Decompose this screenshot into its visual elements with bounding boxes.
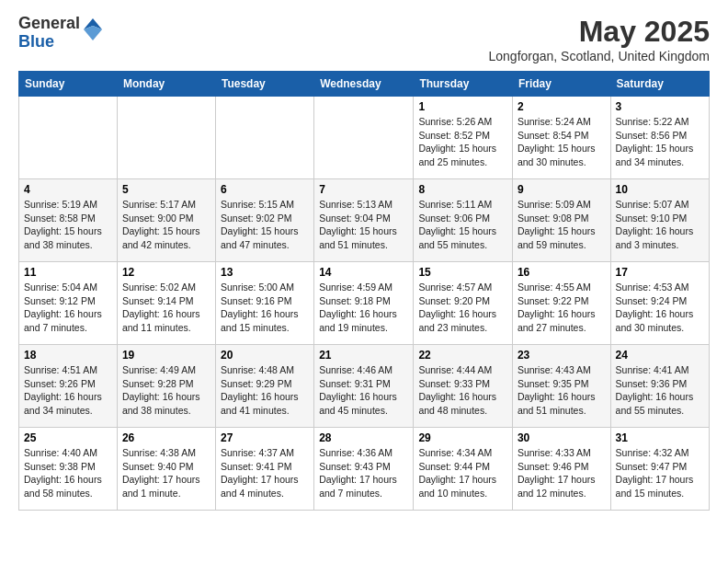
calendar-cell: 22Sunrise: 4:44 AM Sunset: 9:33 PM Dayli… [414,345,513,428]
calendar-cell: 26Sunrise: 4:38 AM Sunset: 9:40 PM Dayli… [117,428,215,511]
calendar-cell: 2Sunrise: 5:24 AM Sunset: 8:54 PM Daylig… [512,97,610,179]
day-info: Sunrise: 5:07 AM Sunset: 9:10 PM Dayligh… [616,198,704,252]
day-number: 20 [221,349,309,362]
day-number: 5 [122,183,210,196]
logo-icon [82,17,104,46]
calendar-cell [215,97,313,179]
calendar-cell: 27Sunrise: 4:37 AM Sunset: 9:41 PM Dayli… [215,428,313,511]
day-number: 21 [319,349,408,362]
calendar-cell: 16Sunrise: 4:55 AM Sunset: 9:22 PM Dayli… [512,262,610,345]
calendar-cell [117,97,215,179]
day-info: Sunrise: 5:11 AM Sunset: 9:06 PM Dayligh… [418,198,507,252]
weekday-header-tuesday: Tuesday [215,72,313,97]
day-info: Sunrise: 5:22 AM Sunset: 8:56 PM Dayligh… [616,115,704,169]
logo: General Blue [18,15,104,52]
weekday-header-monday: Monday [117,72,215,97]
day-info: Sunrise: 5:04 AM Sunset: 9:12 PM Dayligh… [24,281,112,335]
weekday-header-thursday: Thursday [414,72,513,97]
day-info: Sunrise: 5:13 AM Sunset: 9:04 PM Dayligh… [319,198,408,252]
day-number: 2 [518,100,606,113]
day-number: 24 [616,349,704,362]
weekday-header-wednesday: Wednesday [314,72,414,97]
day-info: Sunrise: 5:26 AM Sunset: 8:52 PM Dayligh… [418,115,507,169]
calendar-cell [314,97,414,179]
day-info: Sunrise: 5:19 AM Sunset: 8:58 PM Dayligh… [24,198,112,252]
calendar-cell [19,97,118,179]
day-number: 22 [418,349,507,362]
logo-general: General [18,15,80,33]
calendar-cell: 15Sunrise: 4:57 AM Sunset: 9:20 PM Dayli… [414,262,513,345]
day-info: Sunrise: 5:09 AM Sunset: 9:08 PM Dayligh… [518,198,606,252]
calendar-cell: 14Sunrise: 4:59 AM Sunset: 9:18 PM Dayli… [314,262,414,345]
day-number: 7 [319,183,408,196]
day-number: 18 [24,349,112,362]
calendar-cell: 11Sunrise: 5:04 AM Sunset: 9:12 PM Dayli… [19,262,118,345]
calendar-cell: 7Sunrise: 5:13 AM Sunset: 9:04 PM Daylig… [314,179,414,262]
calendar-cell: 1Sunrise: 5:26 AM Sunset: 8:52 PM Daylig… [414,97,513,179]
calendar-cell: 8Sunrise: 5:11 AM Sunset: 9:06 PM Daylig… [414,179,513,262]
day-info: Sunrise: 5:02 AM Sunset: 9:14 PM Dayligh… [122,281,210,335]
day-info: Sunrise: 4:44 AM Sunset: 9:33 PM Dayligh… [418,363,507,418]
calendar-cell: 18Sunrise: 4:51 AM Sunset: 9:26 PM Dayli… [19,345,118,428]
day-number: 10 [616,183,704,196]
calendar-cell: 30Sunrise: 4:33 AM Sunset: 9:46 PM Dayli… [512,428,610,511]
day-number: 31 [616,431,704,444]
day-info: Sunrise: 4:51 AM Sunset: 9:26 PM Dayligh… [24,363,112,418]
calendar-cell: 19Sunrise: 4:49 AM Sunset: 9:28 PM Dayli… [117,345,215,428]
week-row-2: 4Sunrise: 5:19 AM Sunset: 8:58 PM Daylig… [19,179,710,262]
week-row-5: 25Sunrise: 4:40 AM Sunset: 9:38 PM Dayli… [19,428,710,511]
day-number: 9 [518,183,606,196]
week-row-1: 1Sunrise: 5:26 AM Sunset: 8:52 PM Daylig… [19,97,710,179]
day-number: 6 [221,183,309,196]
day-number: 3 [616,100,704,113]
day-info: Sunrise: 4:53 AM Sunset: 9:24 PM Dayligh… [616,281,704,335]
calendar-cell: 5Sunrise: 5:17 AM Sunset: 9:00 PM Daylig… [117,179,215,262]
day-info: Sunrise: 4:34 AM Sunset: 9:44 PM Dayligh… [418,446,507,500]
calendar-cell: 17Sunrise: 4:53 AM Sunset: 9:24 PM Dayli… [610,262,709,345]
day-info: Sunrise: 5:24 AM Sunset: 8:54 PM Dayligh… [518,115,606,169]
day-info: Sunrise: 4:32 AM Sunset: 9:47 PM Dayligh… [616,446,704,500]
calendar-cell: 10Sunrise: 5:07 AM Sunset: 9:10 PM Dayli… [610,179,709,262]
weekday-header-sunday: Sunday [19,72,118,97]
day-info: Sunrise: 4:43 AM Sunset: 9:35 PM Dayligh… [518,363,606,418]
day-info: Sunrise: 4:57 AM Sunset: 9:20 PM Dayligh… [418,281,507,335]
calendar-cell: 20Sunrise: 4:48 AM Sunset: 9:29 PM Dayli… [215,345,313,428]
week-row-4: 18Sunrise: 4:51 AM Sunset: 9:26 PM Dayli… [19,345,710,428]
logo-blue: Blue [18,33,80,52]
day-number: 25 [24,431,112,444]
day-info: Sunrise: 4:48 AM Sunset: 9:29 PM Dayligh… [221,363,309,418]
day-info: Sunrise: 4:41 AM Sunset: 9:36 PM Dayligh… [616,363,704,418]
page-header: General Blue May 2025 Longforgan, Scotla… [18,15,710,63]
calendar-cell: 21Sunrise: 4:46 AM Sunset: 9:31 PM Dayli… [314,345,414,428]
month-title: May 2025 [489,15,711,49]
day-number: 12 [122,266,210,279]
calendar-cell: 3Sunrise: 5:22 AM Sunset: 8:56 PM Daylig… [610,97,709,179]
weekday-header-row: SundayMondayTuesdayWednesdayThursdayFrid… [19,72,710,97]
day-number: 30 [518,431,606,444]
day-info: Sunrise: 4:55 AM Sunset: 9:22 PM Dayligh… [518,281,606,335]
weekday-header-saturday: Saturday [610,72,709,97]
calendar-cell: 29Sunrise: 4:34 AM Sunset: 9:44 PM Dayli… [414,428,513,511]
calendar-cell: 31Sunrise: 4:32 AM Sunset: 9:47 PM Dayli… [610,428,709,511]
calendar-cell: 12Sunrise: 5:02 AM Sunset: 9:14 PM Dayli… [117,262,215,345]
day-info: Sunrise: 4:33 AM Sunset: 9:46 PM Dayligh… [518,446,606,500]
day-number: 4 [24,183,112,196]
day-number: 13 [221,266,309,279]
day-number: 14 [319,266,408,279]
calendar-cell: 6Sunrise: 5:15 AM Sunset: 9:02 PM Daylig… [215,179,313,262]
calendar-cell: 23Sunrise: 4:43 AM Sunset: 9:35 PM Dayli… [512,345,610,428]
day-info: Sunrise: 4:36 AM Sunset: 9:43 PM Dayligh… [319,446,408,500]
logo-text: General Blue [18,15,80,52]
calendar-table: SundayMondayTuesdayWednesdayThursdayFrid… [18,71,710,511]
day-number: 16 [518,266,606,279]
calendar-cell: 9Sunrise: 5:09 AM Sunset: 9:08 PM Daylig… [512,179,610,262]
calendar-cell: 28Sunrise: 4:36 AM Sunset: 9:43 PM Dayli… [314,428,414,511]
weekday-header-friday: Friday [512,72,610,97]
day-info: Sunrise: 4:49 AM Sunset: 9:28 PM Dayligh… [122,363,210,418]
day-info: Sunrise: 5:17 AM Sunset: 9:00 PM Dayligh… [122,198,210,252]
day-info: Sunrise: 5:15 AM Sunset: 9:02 PM Dayligh… [221,198,309,252]
day-number: 17 [616,266,704,279]
day-number: 8 [418,183,507,196]
calendar-cell: 25Sunrise: 4:40 AM Sunset: 9:38 PM Dayli… [19,428,118,511]
week-row-3: 11Sunrise: 5:04 AM Sunset: 9:12 PM Dayli… [19,262,710,345]
